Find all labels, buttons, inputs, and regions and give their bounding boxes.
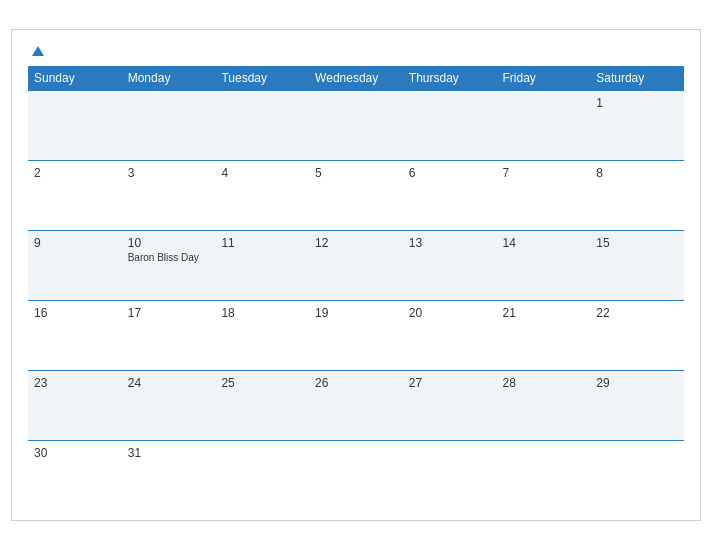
calendar-cell: 28 — [497, 370, 591, 440]
calendar-cell: 4 — [215, 160, 309, 230]
day-number: 22 — [596, 306, 678, 320]
calendar-cell — [215, 440, 309, 510]
day-number: 2 — [34, 166, 116, 180]
day-number: 1 — [596, 96, 678, 110]
calendar-cell: 14 — [497, 230, 591, 300]
day-number: 16 — [34, 306, 116, 320]
calendar-cell: 26 — [309, 370, 403, 440]
calendar-cell: 6 — [403, 160, 497, 230]
calendar-week-row: 23242526272829 — [28, 370, 684, 440]
weekday-header-thursday: Thursday — [403, 66, 497, 91]
day-number: 18 — [221, 306, 303, 320]
calendar-cell — [497, 440, 591, 510]
day-number: 3 — [128, 166, 210, 180]
calendar-cell — [497, 90, 591, 160]
day-number: 15 — [596, 236, 678, 250]
calendar-header — [28, 46, 684, 56]
calendar-cell: 21 — [497, 300, 591, 370]
day-number: 20 — [409, 306, 491, 320]
calendar-cell: 25 — [215, 370, 309, 440]
calendar-wrapper: SundayMondayTuesdayWednesdayThursdayFrid… — [11, 29, 701, 522]
calendar-cell: 5 — [309, 160, 403, 230]
calendar-week-row: 910Baron Bliss Day1112131415 — [28, 230, 684, 300]
day-number: 28 — [503, 376, 585, 390]
day-number: 10 — [128, 236, 210, 250]
weekday-header-friday: Friday — [497, 66, 591, 91]
day-number: 12 — [315, 236, 397, 250]
calendar-week-row: 16171819202122 — [28, 300, 684, 370]
calendar-cell: 1 — [590, 90, 684, 160]
day-number: 26 — [315, 376, 397, 390]
calendar-cell: 20 — [403, 300, 497, 370]
calendar-cell: 10Baron Bliss Day — [122, 230, 216, 300]
calendar-cell: 9 — [28, 230, 122, 300]
day-number: 9 — [34, 236, 116, 250]
calendar-cell: 13 — [403, 230, 497, 300]
calendar-week-row: 3031 — [28, 440, 684, 510]
calendar-cell: 11 — [215, 230, 309, 300]
day-number: 4 — [221, 166, 303, 180]
calendar-cell: 30 — [28, 440, 122, 510]
weekday-header-wednesday: Wednesday — [309, 66, 403, 91]
day-number: 5 — [315, 166, 397, 180]
weekday-header-monday: Monday — [122, 66, 216, 91]
calendar-cell: 8 — [590, 160, 684, 230]
day-number: 7 — [503, 166, 585, 180]
calendar-week-row: 2345678 — [28, 160, 684, 230]
day-number: 23 — [34, 376, 116, 390]
weekday-header-tuesday: Tuesday — [215, 66, 309, 91]
calendar-grid: SundayMondayTuesdayWednesdayThursdayFrid… — [28, 66, 684, 511]
calendar-cell — [309, 440, 403, 510]
day-number: 11 — [221, 236, 303, 250]
calendar-cell: 17 — [122, 300, 216, 370]
logo — [28, 46, 44, 56]
calendar-cell: 18 — [215, 300, 309, 370]
calendar-cell — [590, 440, 684, 510]
day-number: 29 — [596, 376, 678, 390]
day-number: 24 — [128, 376, 210, 390]
calendar-cell — [122, 90, 216, 160]
calendar-cell: 16 — [28, 300, 122, 370]
calendar-cell: 23 — [28, 370, 122, 440]
day-number: 27 — [409, 376, 491, 390]
day-number: 6 — [409, 166, 491, 180]
day-number: 21 — [503, 306, 585, 320]
calendar-cell — [403, 90, 497, 160]
calendar-cell — [403, 440, 497, 510]
day-number: 8 — [596, 166, 678, 180]
day-number: 19 — [315, 306, 397, 320]
calendar-cell: 19 — [309, 300, 403, 370]
calendar-cell: 7 — [497, 160, 591, 230]
day-number: 31 — [128, 446, 210, 460]
calendar-cell: 31 — [122, 440, 216, 510]
day-number: 13 — [409, 236, 491, 250]
calendar-cell — [28, 90, 122, 160]
calendar-cell — [215, 90, 309, 160]
calendar-week-row: 1 — [28, 90, 684, 160]
logo-blue-text — [28, 46, 44, 56]
day-number: 17 — [128, 306, 210, 320]
day-number: 25 — [221, 376, 303, 390]
logo-triangle-icon — [32, 46, 44, 56]
weekday-header-sunday: Sunday — [28, 66, 122, 91]
calendar-cell: 3 — [122, 160, 216, 230]
calendar-cell: 2 — [28, 160, 122, 230]
calendar-cell: 29 — [590, 370, 684, 440]
calendar-cell: 24 — [122, 370, 216, 440]
calendar-cell: 22 — [590, 300, 684, 370]
weekday-header-saturday: Saturday — [590, 66, 684, 91]
calendar-cell: 12 — [309, 230, 403, 300]
calendar-cell — [309, 90, 403, 160]
day-number: 14 — [503, 236, 585, 250]
calendar-cell: 15 — [590, 230, 684, 300]
calendar-cell: 27 — [403, 370, 497, 440]
calendar-header-row: SundayMondayTuesdayWednesdayThursdayFrid… — [28, 66, 684, 91]
day-number: 30 — [34, 446, 116, 460]
holiday-label: Baron Bliss Day — [128, 252, 210, 263]
